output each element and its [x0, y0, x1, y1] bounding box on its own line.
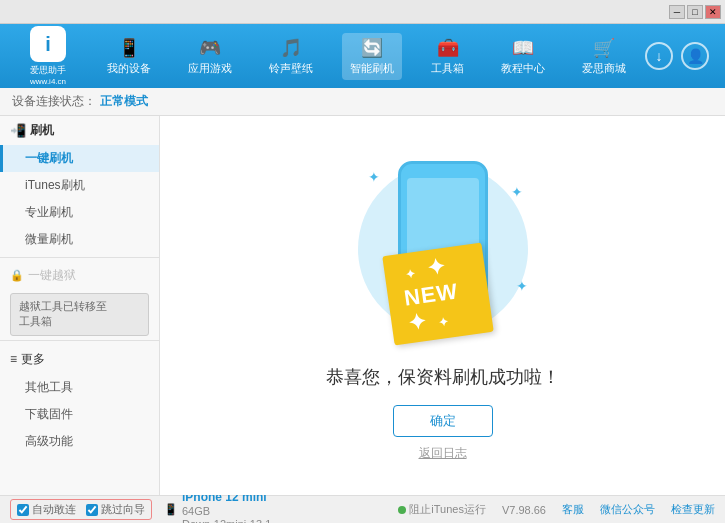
device-phone-icon: 📱: [164, 503, 178, 516]
download-button[interactable]: ↓: [645, 42, 673, 70]
nav-item-apps-games[interactable]: 🎮 应用游戏: [180, 33, 240, 80]
apps-games-icon: 🎮: [199, 37, 221, 59]
sparkle-1: ✦: [368, 169, 380, 185]
content-panel: ✦ NEW ✦ ✦ ✦ ✦ 恭喜您，保资料刷机成功啦！ 确定 返回日志: [160, 116, 725, 495]
main: 📲 刷机 一键刷机 iTunes刷机 专业刷机 微量刷机 🔒 一键越狱 越狱工具…: [0, 116, 725, 495]
sidebar-divider-1: [0, 257, 159, 258]
more-section-icon: ≡: [10, 352, 17, 366]
nav-item-ai-store-label: 爱思商城: [582, 61, 626, 76]
close-button[interactable]: ✕: [705, 5, 721, 19]
sidebar: 📲 刷机 一键刷机 iTunes刷机 专业刷机 微量刷机 🔒 一键越狱 越狱工具…: [0, 116, 160, 495]
sidebar-jailbreak-header: 🔒 一键越狱: [0, 262, 159, 289]
ringtone-icon: 🎵: [280, 37, 302, 59]
device-model: Down-12mini-13,1: [182, 518, 271, 524]
bottom-right: 阻止iTunes运行 V7.98.66 客服 微信公众号 检查更新: [398, 502, 715, 517]
micro-flash-label: 微量刷机: [25, 232, 73, 246]
status-label: 设备连接状态：: [12, 93, 96, 110]
auto-connect-input[interactable]: [17, 504, 29, 516]
sidebar-item-one-click-flash[interactable]: 一键刷机: [0, 145, 159, 172]
auto-connect-label: 自动敢连: [32, 502, 76, 517]
itunes-flash-label: iTunes刷机: [25, 178, 85, 192]
nav-item-smart-flash[interactable]: 🔄 智能刷机: [342, 33, 402, 80]
jailbreak-lock-icon: 🔒: [10, 269, 24, 282]
nav-item-my-device-label: 我的设备: [107, 61, 151, 76]
success-title: 恭喜您，保资料刷机成功啦！: [326, 365, 560, 389]
more-section-title: 更多: [21, 351, 45, 368]
flash-section-title: 刷机: [30, 122, 54, 139]
sidebar-more-header: ≡ 更多: [0, 345, 159, 374]
back-link[interactable]: 返回日志: [419, 445, 467, 462]
version-label: V7.98.66: [502, 504, 546, 516]
my-device-icon: 📱: [118, 37, 140, 59]
user-button[interactable]: 👤: [681, 42, 709, 70]
sidebar-item-pro-flash[interactable]: 专业刷机: [0, 199, 159, 226]
skip-wizard-label: 跳过向导: [101, 502, 145, 517]
jailbreak-notice: 越狱工具已转移至工具箱: [19, 300, 107, 327]
other-tools-label: 其他工具: [25, 380, 73, 394]
pro-flash-label: 专业刷机: [25, 205, 73, 219]
one-click-flash-label: 一键刷机: [25, 151, 73, 165]
nav-item-ai-store[interactable]: 🛒 爱思商城: [574, 33, 634, 80]
toolbox-icon: 🧰: [437, 37, 459, 59]
download-firmware-label: 下载固件: [25, 407, 73, 421]
bottom-bar: 自动敢连 跳过向导 📱 iPhone 12 mini 64GB Down-12m…: [0, 495, 725, 523]
device-storage: 64GB: [182, 505, 271, 517]
check-update-link[interactable]: 检查更新: [671, 502, 715, 517]
sidebar-item-itunes-flash[interactable]: iTunes刷机: [0, 172, 159, 199]
itunes-status-dot: [398, 506, 406, 514]
confirm-button[interactable]: 确定: [393, 405, 493, 437]
nav-item-tutorial[interactable]: 📖 教程中心: [493, 33, 553, 80]
sidebar-item-other-tools[interactable]: 其他工具: [0, 374, 159, 401]
logo-name: 爱思助手: [30, 64, 66, 77]
nav-item-toolbox-label: 工具箱: [431, 61, 464, 76]
logo-url: www.i4.cn: [30, 77, 66, 86]
sidebar-item-advanced[interactable]: 高级功能: [0, 428, 159, 455]
nav-item-tutorial-label: 教程中心: [501, 61, 545, 76]
itunes-label: 阻止iTunes运行: [409, 502, 486, 517]
title-bar: ─ □ ✕: [0, 0, 725, 24]
itunes-status: 阻止iTunes运行: [398, 502, 486, 517]
sidebar-item-download-firmware[interactable]: 下载固件: [0, 401, 159, 428]
header: i 爱思助手 www.i4.cn 📱 我的设备 🎮 应用游戏 🎵 铃声壁纸 🔄 …: [0, 24, 725, 88]
wechat-link[interactable]: 微信公众号: [600, 502, 655, 517]
header-actions: ↓ 👤: [645, 42, 717, 70]
sparkle-2: ✦: [511, 184, 523, 200]
status-bar: 设备连接状态： 正常模式: [0, 88, 725, 116]
skip-wizard-checkbox[interactable]: 跳过向导: [86, 502, 145, 517]
sidebar-flash-header: 📲 刷机: [0, 116, 159, 145]
tutorial-icon: 📖: [512, 37, 534, 59]
auto-connect-checkbox[interactable]: 自动敢连: [17, 502, 76, 517]
logo-symbol: i: [45, 33, 51, 56]
maximize-button[interactable]: □: [687, 5, 703, 19]
status-value: 正常模式: [100, 93, 148, 110]
new-badge: ✦ NEW ✦: [382, 242, 494, 345]
advanced-label: 高级功能: [25, 434, 73, 448]
success-illustration: ✦ NEW ✦ ✦ ✦ ✦: [343, 149, 543, 349]
minimize-button[interactable]: ─: [669, 5, 685, 19]
jailbreak-notice-box: 越狱工具已转移至工具箱: [10, 293, 149, 336]
nav-item-my-device[interactable]: 📱 我的设备: [99, 33, 159, 80]
flash-section-icon: 📲: [10, 123, 26, 138]
nav-item-apps-games-label: 应用游戏: [188, 61, 232, 76]
skip-wizard-input[interactable]: [86, 504, 98, 516]
smart-flash-icon: 🔄: [361, 37, 383, 59]
logo-icon: i: [30, 26, 66, 62]
nav-item-ringtone[interactable]: 🎵 铃声壁纸: [261, 33, 321, 80]
nav-item-toolbox[interactable]: 🧰 工具箱: [423, 33, 472, 80]
jailbreak-section-title: 一键越狱: [28, 267, 76, 284]
customer-service-link[interactable]: 客服: [562, 502, 584, 517]
sidebar-item-micro-flash[interactable]: 微量刷机: [0, 226, 159, 253]
checkbox-group: 自动敢连 跳过向导: [10, 499, 152, 520]
nav-item-smart-flash-label: 智能刷机: [350, 61, 394, 76]
nav: 📱 我的设备 🎮 应用游戏 🎵 铃声壁纸 🔄 智能刷机 🧰 工具箱 📖 教程中心…: [88, 33, 645, 80]
sparkle-3: ✦: [516, 278, 528, 294]
logo[interactable]: i 爱思助手 www.i4.cn: [8, 26, 88, 86]
ai-store-icon: 🛒: [593, 37, 615, 59]
nav-item-ringtone-label: 铃声壁纸: [269, 61, 313, 76]
sidebar-divider-2: [0, 340, 159, 341]
